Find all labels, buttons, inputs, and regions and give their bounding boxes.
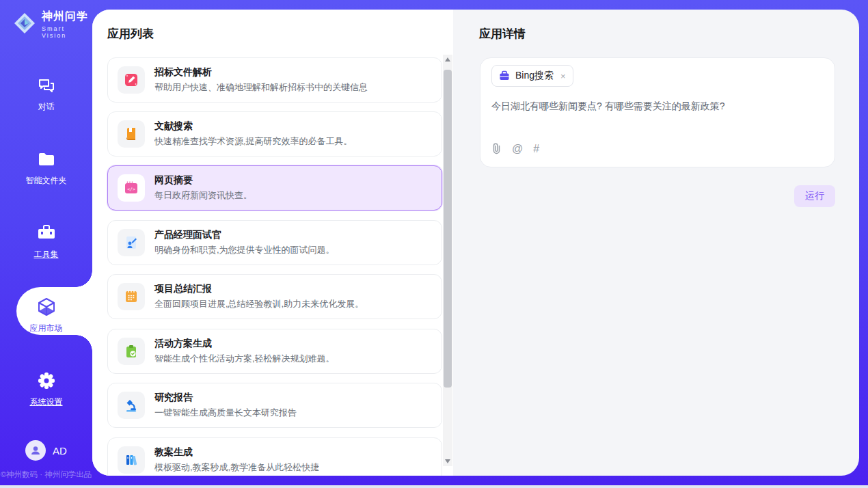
sidebar-item-smart-folder[interactable]: 智能文件夹	[0, 149, 92, 187]
app-card-web-summary[interactable]: </> 网页摘要 每日政府新闻资讯快查。	[107, 165, 442, 211]
sidebar: 神州问学 Smart Vision 对话 智能文件夹	[0, 0, 92, 488]
bottom-edge-strip	[0, 485, 868, 488]
svg-text:</>: </>	[127, 187, 135, 192]
app-card-event-plan-generator[interactable]: 活动方案生成 智能生成个性化活动方案,轻松解决规划难题。	[107, 329, 442, 374]
gear-icon	[0, 370, 92, 391]
notepad-icon	[118, 283, 145, 310]
toolbox-icon	[0, 223, 92, 243]
app-description: 快速精准查找学术资源,提高研究效率的必备工具。	[154, 135, 353, 148]
user-name: AD	[53, 445, 67, 457]
sidebar-item-label: 应用市场	[30, 323, 63, 333]
app-name: 文献搜索	[154, 120, 353, 133]
app-card-research-report[interactable]: 研究报告 一键智能生成高质量长文本研究报告	[107, 383, 442, 428]
brand-subtitle: Smart Vision	[42, 25, 92, 39]
hash-icon[interactable]: #	[533, 144, 539, 154]
sidebar-item-app-market[interactable]: 应用市场	[0, 297, 92, 334]
composer-toolbar: @ #	[491, 143, 539, 154]
mention-icon[interactable]: @	[512, 144, 523, 154]
briefcase-icon	[499, 70, 510, 81]
app-description: 智能生成个性化活动方案,轻松解决规划难题。	[154, 353, 335, 365]
tool-tag-bing-search[interactable]: Bing搜索 ×	[491, 65, 573, 87]
copyright-text: ©神州数码 · 神州问学出品	[0, 470, 92, 480]
sidebar-item-label: 智能文件夹	[26, 176, 67, 185]
app-name: 教案生成	[154, 446, 319, 459]
app-description: 帮助用户快速、准确地理解和解析招标书中的关键信息	[154, 81, 368, 94]
app-description: 每日政府新闻资讯快查。	[154, 189, 252, 202]
app-detail-title: 应用详情	[479, 26, 526, 42]
app-list-title: 应用列表	[107, 26, 154, 42]
browser-code-icon: </>	[118, 174, 145, 202]
sidebar-item-chat[interactable]: 对话	[0, 75, 92, 113]
app-detail-panel: 应用详情 Bing搜索 × 今日湖北有哪些新闻要点? 有哪些需要关注的最新政策?	[453, 10, 859, 476]
app-name: 网页摘要	[154, 174, 252, 187]
scrollbar-thumb[interactable]	[444, 70, 452, 388]
app-card-project-summary[interactable]: 项目总结汇报 全面回顾项目进展,总结经验教训,助力未来优化发展。	[107, 274, 442, 319]
app-description: 明确身份和职责,为您提供专业性的面试问题。	[154, 244, 335, 256]
folder-icon	[0, 149, 92, 170]
book-icon	[118, 120, 145, 148]
cube-icon	[0, 297, 92, 317]
sidebar-item-label: 对话	[38, 102, 55, 111]
run-button[interactable]: 运行	[794, 185, 835, 207]
chat-icon	[0, 75, 92, 96]
clipboard-check-icon	[118, 338, 145, 365]
app-description: 全面回顾项目进展,总结经验教训,助力未来优化发展。	[154, 298, 364, 310]
prompt-input[interactable]: 今日湖北有哪些新闻要点? 有哪些需要关注的最新政策?	[491, 99, 824, 113]
user-account[interactable]: AD	[0, 440, 92, 461]
app-card-pm-interviewer[interactable]: 产品经理面试官 明确身份和职责,为您提供专业性的面试问题。	[107, 220, 442, 265]
app-description: 一键智能生成高质量长文本研究报告	[154, 407, 297, 419]
app-card-lesson-plan-generator[interactable]: 教案生成 模板驱动,教案秒成,教学准备从此轻松快捷	[107, 437, 442, 476]
books-icon	[118, 446, 145, 474]
main-panel: 应用列表 招标文件解析 帮助用户快速、准确地理解和解析招标书中的关键信息	[92, 10, 859, 476]
brand-name: 神州问学	[42, 10, 92, 24]
app-name: 研究报告	[154, 392, 297, 404]
scroll-up-icon[interactable]	[443, 55, 452, 64]
brand: 神州问学 Smart Vision	[12, 10, 92, 39]
user-avatar-icon	[25, 440, 46, 461]
app-description: 模板驱动,教案秒成,教学准备从此轻松快捷	[154, 461, 319, 474]
app-name: 项目总结汇报	[154, 283, 364, 295]
app-list-scrollbar[interactable]	[443, 55, 452, 466]
remove-tool-icon[interactable]: ×	[560, 71, 566, 81]
app-name: 招标文件解析	[154, 66, 368, 79]
scroll-down-icon[interactable]	[443, 457, 452, 466]
microscope-icon	[118, 392, 145, 419]
app-name: 产品经理面试官	[154, 229, 335, 241]
prompt-card: Bing搜索 × 今日湖北有哪些新闻要点? 有哪些需要关注的最新政策? @ #	[480, 57, 835, 167]
app-window: 神州问学 Smart Vision 对话 智能文件夹	[0, 0, 868, 488]
sidebar-item-settings[interactable]: 系统设置	[0, 370, 92, 408]
app-name: 活动方案生成	[154, 338, 335, 350]
app-list-panel: 应用列表 招标文件解析 帮助用户快速、准确地理解和解析招标书中的关键信息	[92, 10, 453, 476]
app-card-literature-search[interactable]: 文献搜索 快速精准查找学术资源,提高研究效率的必备工具。	[107, 111, 442, 157]
document-edit-icon	[118, 66, 145, 94]
paperclip-icon[interactable]	[491, 143, 502, 154]
sidebar-item-label: 工具集	[34, 249, 59, 259]
sidebar-item-label: 系统设置	[30, 397, 63, 407]
sidebar-item-toolset[interactable]: 工具集	[0, 223, 92, 260]
brand-logo-icon	[12, 11, 37, 38]
interviewer-icon	[118, 229, 145, 256]
app-card-bid-document-analysis[interactable]: 招标文件解析 帮助用户快速、准确地理解和解析招标书中的关键信息	[107, 57, 442, 103]
tool-tag-label: Bing搜索	[515, 70, 554, 82]
